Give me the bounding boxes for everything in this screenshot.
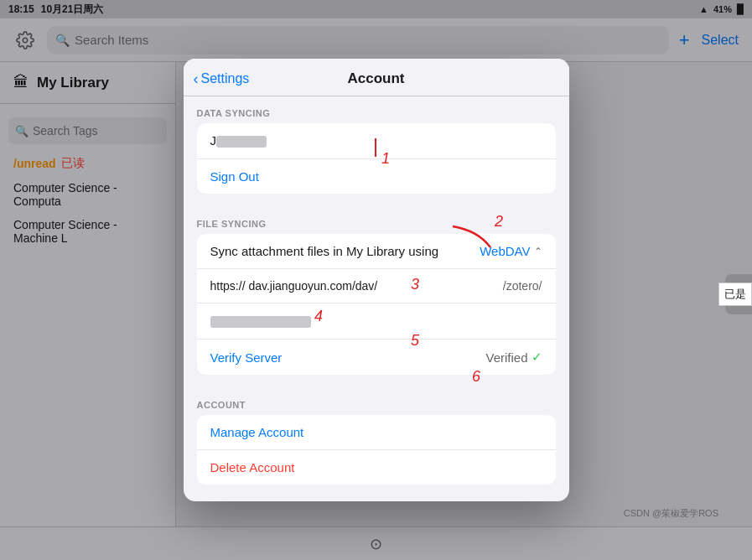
manage-account-button[interactable]: Manage Account [210,425,304,439]
dav-path-label: /zotero/ [503,279,542,293]
sync-method-selector[interactable]: WebDAV ⌃ [480,244,542,258]
dav-url-row[interactable]: https:// dav.jianguoyun.com/dav/ /zotero… [197,269,556,303]
back-label: Settings [201,71,250,86]
file-syncing-card: Sync attachment files in My Library usin… [197,234,556,375]
sync-method-chevron: ⌃ [534,246,542,257]
sync-method-row[interactable]: Sync attachment files in My Library usin… [197,234,556,269]
sign-out-row[interactable]: Sign Out [197,159,556,194]
settings-back-button[interactable]: ‹ Settings [194,70,250,88]
account-email-row: J [197,123,556,159]
sign-out-button[interactable]: Sign Out [210,169,259,184]
data-syncing-header: DATA SYNCING [184,96,569,123]
dav-username-row[interactable] [197,303,556,340]
email-initial: J [210,133,217,148]
account-email-value: J [210,133,267,148]
modal-overlay: ‹ Settings Account DATA SYNCING J Sign O… [0,0,752,560]
delete-account-button[interactable]: Delete Account [210,460,295,474]
modal-body: DATA SYNCING J Sign Out FILE SYNCING Syn… [184,96,569,485]
account-section-header: ACCOUNT [184,388,569,415]
manage-account-row[interactable]: Manage Account [197,415,556,450]
yishi-badge: 已是 [718,283,752,306]
account-actions-card: Manage Account Delete Account [197,415,556,485]
verified-label: Verified [485,350,527,365]
dav-username-value [210,314,311,329]
back-chevron-icon: ‹ [194,70,199,88]
verify-server-row[interactable]: Verify Server Verified ✓ [197,340,556,375]
verified-checkmark-icon: ✓ [532,350,542,365]
data-syncing-card: J Sign Out [197,123,556,194]
sync-method-label: WebDAV [480,244,530,258]
modal-header: ‹ Settings Account [184,59,569,96]
verify-server-button[interactable]: Verify Server [210,350,283,365]
dav-url-label: https:// dav.jianguoyun.com/dav/ [210,279,378,293]
account-modal: ‹ Settings Account DATA SYNCING J Sign O… [184,59,569,501]
sync-description: Sync attachment files in My Library usin… [210,244,439,258]
verified-status: Verified ✓ [485,350,542,365]
modal-title: Account [348,70,405,87]
delete-account-row[interactable]: Delete Account [197,450,556,485]
file-syncing-header: FILE SYNCING [184,207,569,234]
